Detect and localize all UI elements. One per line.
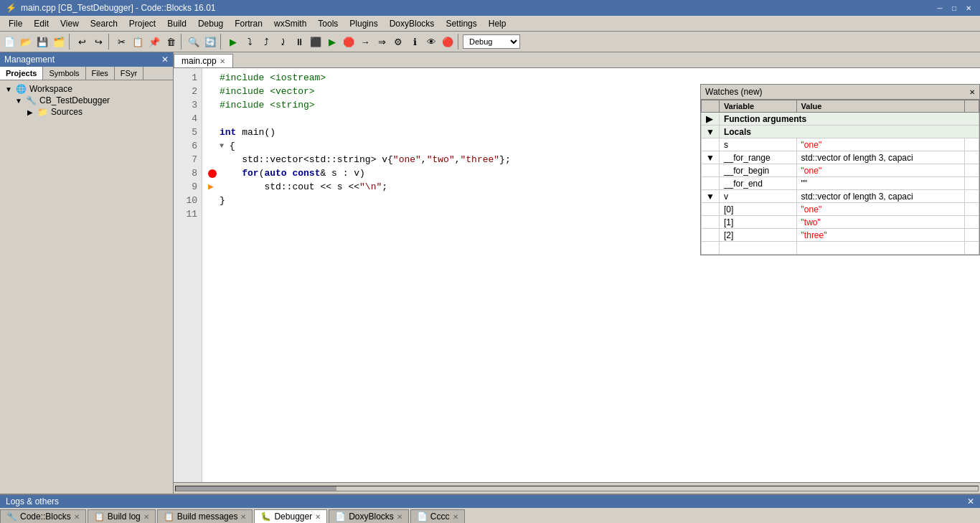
- app-icon: ⚡: [6, 3, 17, 13]
- watches-forbegin-value: "one": [796, 164, 964, 177]
- tb-watches[interactable]: 👁: [423, 34, 439, 50]
- workspace-label: Workspace: [29, 84, 72, 94]
- log-tab-debugger-icon: 🐛: [260, 512, 271, 522]
- tb-sep-5: [458, 34, 461, 50]
- watches-v0-value: "one": [796, 203, 964, 216]
- tb-paste[interactable]: 📌: [146, 34, 162, 50]
- menu-doxyblocks[interactable]: DoxyBlocks: [384, 17, 440, 30]
- menu-file[interactable]: File: [3, 17, 28, 30]
- tb-undo[interactable]: ↩: [74, 34, 90, 50]
- tb-step-in[interactable]: ⤵: [242, 34, 258, 50]
- tb-breakpoints[interactable]: 🔴: [440, 34, 456, 50]
- current-line-arrow: ▶: [208, 180, 217, 194]
- forrange-expand[interactable]: ▼: [702, 151, 720, 164]
- mgmt-tab-files[interactable]: Files: [86, 67, 115, 80]
- log-tab-buildmsg[interactable]: 📋 Build messages ✕: [157, 509, 253, 523]
- maximize-button[interactable]: □: [948, 2, 960, 14]
- tb-copy[interactable]: 📋: [130, 34, 146, 50]
- log-tab-debugger-close[interactable]: ✕: [315, 513, 321, 521]
- tab-close-icon[interactable]: ✕: [220, 57, 225, 65]
- tb-save[interactable]: 💾: [34, 34, 50, 50]
- menu-search[interactable]: Search: [85, 17, 123, 30]
- menu-view[interactable]: View: [55, 17, 85, 30]
- tb-stop[interactable]: ⬛: [308, 34, 324, 50]
- menu-project[interactable]: Project: [123, 17, 161, 30]
- watches-col-extra: [965, 100, 979, 113]
- tb-debug-run[interactable]: ▶: [324, 34, 340, 50]
- tb-debug-stop[interactable]: 🛑: [341, 34, 357, 50]
- tree-sources[interactable]: ▶ 📁 Sources: [3, 106, 170, 118]
- menu-wxsmith[interactable]: wxSmith: [268, 17, 312, 30]
- tb-search[interactable]: 🔍: [186, 34, 202, 50]
- close-button[interactable]: ✕: [963, 2, 974, 14]
- log-tab-cccc[interactable]: 📄 Cccc ✕: [410, 509, 465, 523]
- tb-save-all[interactable]: 🗂️: [51, 34, 67, 50]
- tree-workspace[interactable]: ▼ 🌐 Workspace: [3, 83, 170, 95]
- menu-build[interactable]: Build: [161, 17, 192, 30]
- menu-help[interactable]: Help: [483, 17, 512, 30]
- log-tab-buildlog-icon: 📋: [94, 512, 105, 522]
- watches-close-icon[interactable]: ✕: [969, 88, 975, 96]
- watches-v-row: ▼ v std::vector of length 3, capaci: [702, 190, 979, 203]
- menu-edit[interactable]: Edit: [28, 17, 55, 30]
- tb-debug-next[interactable]: →: [357, 34, 373, 50]
- v-expand[interactable]: ▼: [702, 190, 720, 203]
- tb-step-over[interactable]: ⤸: [275, 34, 291, 50]
- line-numbers: 1 2 3 4 5 6 7 8 9 10 11: [174, 68, 202, 482]
- menu-settings[interactable]: Settings: [440, 17, 482, 30]
- watches-v2-row: [2] "three": [702, 229, 979, 242]
- watches-v1-name: [1]: [719, 216, 796, 229]
- menu-tools[interactable]: Tools: [312, 17, 344, 30]
- tb-new[interactable]: 📄: [1, 34, 17, 50]
- log-tab-doxyblocks-icon: 📄: [335, 512, 346, 522]
- tb-delete[interactable]: 🗑: [163, 34, 179, 50]
- log-tab-doxyblocks-close[interactable]: ✕: [397, 513, 402, 521]
- tree-project[interactable]: ▼ 🔧 CB_TestDebugger: [3, 95, 170, 106]
- tb-pause[interactable]: ⏸: [291, 34, 307, 50]
- tb-info[interactable]: ℹ: [407, 34, 423, 50]
- watches-col-value: Value: [796, 100, 964, 113]
- watches-panel: Watches (new) ✕ Variable Value ▶ Functio…: [700, 84, 980, 255]
- sources-expand-icon: ▶: [26, 108, 34, 116]
- log-tab-doxyblocks[interactable]: 📄 DoxyBlocks ✕: [329, 509, 409, 523]
- log-tab-cccc-close[interactable]: ✕: [453, 513, 458, 521]
- watches-title: Watches (new): [705, 87, 763, 97]
- tb-open[interactable]: 📂: [18, 34, 34, 50]
- tb-run[interactable]: ▶: [225, 34, 241, 50]
- workspace-icon: 🌐: [16, 84, 27, 94]
- mgmt-tab-symbols[interactable]: Symbols: [43, 67, 85, 80]
- watches-v0-name: [0]: [719, 203, 796, 216]
- tb-replace[interactable]: 🔄: [202, 34, 218, 50]
- management-tabs: Projects Symbols Files FSyr: [0, 67, 173, 80]
- log-tab-codeblocks[interactable]: 🔧 Code::Blocks ✕: [0, 509, 86, 523]
- log-tab-codeblocks-close[interactable]: ✕: [74, 513, 80, 521]
- menu-debug[interactable]: Debug: [192, 17, 229, 30]
- watches-v2-name: [2]: [719, 229, 796, 242]
- horizontal-scrollbar[interactable]: [174, 482, 980, 494]
- tb-redo[interactable]: ↪: [90, 34, 106, 50]
- tb-debug-settings[interactable]: ⚙: [390, 34, 406, 50]
- log-tab-buildlog-close[interactable]: ✕: [143, 513, 149, 521]
- minimize-button[interactable]: ─: [934, 2, 946, 14]
- tb-debug-next2[interactable]: ⇒: [374, 34, 390, 50]
- tb-sep-3: [181, 34, 184, 50]
- mgmt-tab-projects[interactable]: Projects: [0, 67, 43, 80]
- func-args-expand[interactable]: ▶: [702, 113, 720, 126]
- log-tab-buildmsg-close[interactable]: ✕: [240, 513, 246, 521]
- menu-fortran[interactable]: Fortran: [229, 17, 268, 30]
- log-tab-buildlog[interactable]: 📋 Build log ✕: [88, 509, 156, 523]
- management-close-icon[interactable]: ✕: [161, 55, 169, 65]
- logs-close-icon[interactable]: ✕: [967, 496, 974, 506]
- tb-step-out[interactable]: ⤴: [258, 34, 274, 50]
- locals-expand[interactable]: ▼: [702, 126, 720, 138]
- watches-func-args-row: ▶ Function arguments: [702, 113, 979, 126]
- log-tab-cccc-label: Cccc: [430, 512, 450, 522]
- editor-tab-main[interactable]: main.cpp ✕: [174, 54, 233, 67]
- tb-cut[interactable]: ✂: [113, 34, 129, 50]
- breakpoint-marker-8: [208, 169, 217, 178]
- log-tab-debugger[interactable]: 🐛 Debugger ✕: [254, 509, 327, 523]
- menu-plugins[interactable]: Plugins: [344, 17, 383, 30]
- tb-sep-4: [220, 34, 223, 50]
- debug-mode-select[interactable]: Debug Release: [463, 34, 520, 49]
- mgmt-tab-fsyr[interactable]: FSyr: [115, 67, 143, 80]
